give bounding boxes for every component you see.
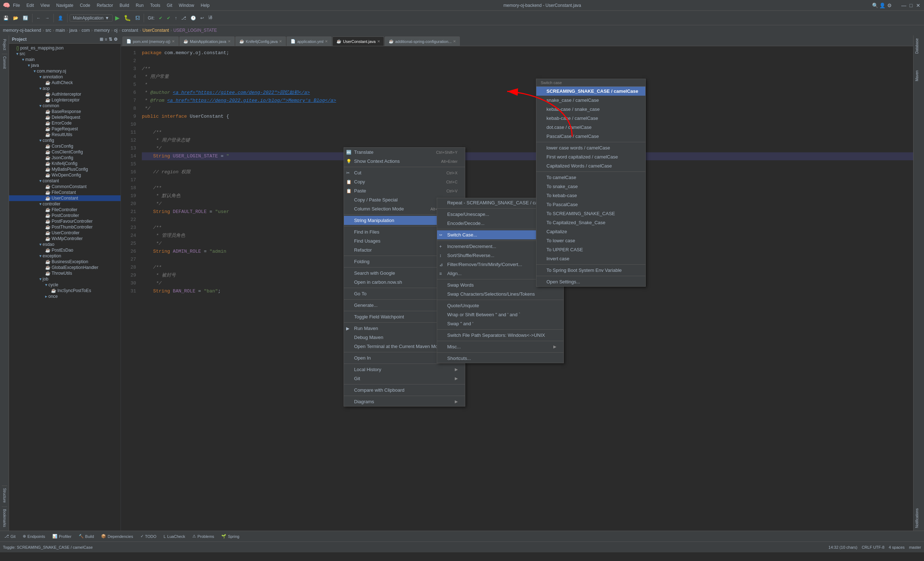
- case-open-settings[interactable]: Open Settings...: [536, 277, 645, 286]
- run-btn[interactable]: ▶: [113, 14, 121, 22]
- bottom-tab-build[interactable]: 🔨 Build: [76, 533, 97, 539]
- tree-item[interactable]: ▾ src: [9, 51, 120, 57]
- user-icon[interactable]: 👤: [879, 3, 885, 8]
- tree-item[interactable]: ▾ controller: [9, 201, 120, 207]
- tree-item[interactable]: ▾ cycle: [9, 282, 120, 288]
- menu-git[interactable]: Git: [164, 2, 175, 9]
- bottom-tab-problems[interactable]: ⚠ Problems: [189, 533, 217, 539]
- run-config-selector[interactable]: MainApplication ▼: [70, 15, 112, 22]
- git-check[interactable]: ✔: [157, 15, 164, 22]
- breadcrumb-root[interactable]: memory-oj-backend: [3, 28, 41, 33]
- tree-item[interactable]: ☕ ErrorCode: [9, 120, 120, 126]
- bottom-tab-todo[interactable]: ✓ TODO: [138, 533, 159, 539]
- sidebar-scroll-btn[interactable]: ⊞: [100, 37, 103, 42]
- case-to-camel[interactable]: To camelCase: [536, 173, 645, 182]
- tree-item[interactable]: ☕ AuthInterceptor: [9, 92, 120, 97]
- status-encoding[interactable]: CRLF UTF-8: [861, 545, 884, 549]
- menu-switch-file-path[interactable]: Switch File Path Separators: Windows<->U…: [437, 331, 563, 340]
- tree-item[interactable]: ☕ PageRequest: [9, 126, 120, 132]
- case-snake-camel[interactable]: snake_case / camelCase: [536, 96, 645, 105]
- menu-refactor[interactable]: Refactor: [94, 2, 116, 9]
- case-cap-words-camel[interactable]: Capitalized Words / camelCase: [536, 161, 645, 170]
- menu-misc[interactable]: Misc... ▶: [437, 342, 563, 351]
- tree-item[interactable]: ☕ UserConstant: [9, 195, 120, 201]
- menu-build[interactable]: Build: [117, 2, 132, 9]
- menu-bar[interactable]: File Edit View Navigate Code Refactor Bu…: [10, 2, 213, 9]
- case-to-kebab[interactable]: To kebab-case: [536, 191, 645, 200]
- coverage-btn[interactable]: ⛾: [134, 15, 141, 22]
- tree-item[interactable]: ▾ esdao: [9, 242, 120, 247]
- tree-item[interactable]: ☕ MyBatisPlusConfig: [9, 166, 120, 172]
- bottom-tab-profiler[interactable]: 📊 Profiler: [50, 533, 74, 539]
- menu-shortcuts[interactable]: Shortcuts...: [437, 354, 563, 363]
- notifications-panel-tab[interactable]: Notifications: [914, 506, 924, 531]
- case-invert[interactable]: Invert case: [536, 254, 645, 263]
- tree-item[interactable]: ☕ FileController: [9, 207, 120, 213]
- toolbar-user[interactable]: 👤: [56, 15, 65, 22]
- database-panel-tab[interactable]: Database: [914, 35, 924, 57]
- project-tab[interactable]: Project: [2, 37, 7, 52]
- bottom-tab-git[interactable]: ⎇ Git: [2, 533, 18, 539]
- tree-item[interactable]: ▾ com.memory.oj: [9, 68, 120, 74]
- menu-run[interactable]: Run: [133, 2, 147, 9]
- menu-navigate[interactable]: Navigate: [53, 2, 76, 9]
- tree-item[interactable]: ☕ PostThumbController: [9, 224, 120, 230]
- git-rollback[interactable]: ↩: [198, 15, 206, 22]
- tab-pom[interactable]: 📄 pom.xml (memory-oj) ✕: [122, 36, 178, 46]
- tree-item[interactable]: ▾ config: [9, 138, 120, 143]
- tree-item[interactable]: ☕ BaseResponse: [9, 109, 120, 114]
- breadcrumb-file1[interactable]: UserConstant: [142, 28, 169, 33]
- toolbar-sync[interactable]: 🔄: [21, 15, 30, 22]
- menu-context-actions[interactable]: 💡 Show Context Actions Alt+Enter: [344, 157, 465, 166]
- case-capitalize[interactable]: Capitalize: [536, 227, 645, 236]
- menu-edit[interactable]: Edit: [24, 2, 37, 9]
- tab-knife4j[interactable]: ☕ Knife4jConfig.java ✕: [236, 36, 286, 46]
- menu-compare-clipboard[interactable]: Compare with Clipboard: [344, 386, 465, 394]
- structure-tab[interactable]: Structure: [2, 486, 7, 505]
- status-indent[interactable]: 4 spaces: [889, 545, 904, 549]
- menu-help[interactable]: Help: [198, 2, 213, 9]
- tree-item[interactable]: ☕ DeleteRequest: [9, 114, 120, 120]
- bottom-tab-luacheck[interactable]: L LuaCheck: [160, 534, 188, 539]
- menu-code[interactable]: Code: [77, 2, 93, 9]
- tree-item[interactable]: ☕ JsonConfig: [9, 155, 120, 160]
- tree-item[interactable]: ☕ CosClientConfig: [9, 149, 120, 155]
- search-everywhere[interactable]: 🔍: [872, 3, 878, 8]
- tree-item[interactable]: ▾ constant: [9, 178, 120, 184]
- close-btn[interactable]: ✕: [915, 3, 921, 8]
- toolbar-open[interactable]: 📂: [11, 15, 20, 22]
- menu-local-history[interactable]: Local History ▶: [344, 365, 465, 374]
- commit-tab[interactable]: Commit: [2, 54, 7, 71]
- tree-item[interactable]: ☕ PostEsDao: [9, 247, 120, 253]
- case-first-word-camel[interactable]: First word capitalized / camelCase: [536, 152, 645, 161]
- bottom-tab-spring[interactable]: 🌱 Spring: [218, 533, 242, 539]
- minimize-btn[interactable]: —: [901, 3, 907, 8]
- tree-item[interactable]: ☕ LogInterceptor: [9, 97, 120, 103]
- menu-quote-unquote[interactable]: Quote/Unquote: [437, 301, 563, 310]
- case-to-pascal[interactable]: To PascalCase: [536, 200, 645, 209]
- case-to-screaming[interactable]: To SCREAMING_SNAKE_CASE: [536, 209, 645, 218]
- tab-application-yml[interactable]: 📄 application.yml ✕: [286, 36, 332, 46]
- case-kebab-camel[interactable]: kebab-case / camelCase: [536, 114, 645, 123]
- tree-item[interactable]: ▾ job: [9, 276, 120, 282]
- tree-item[interactable]: ▾ java: [9, 63, 120, 68]
- git-push[interactable]: ✔: [165, 15, 172, 22]
- tree-item[interactable]: ▾ annotation: [9, 74, 120, 80]
- menu-wrap-shift[interactable]: Wrap or Shift Between " and ' and `: [437, 310, 563, 319]
- menu-cut[interactable]: ✂ Cut Ctrl+X: [344, 168, 465, 177]
- menu-git[interactable]: Git ▶: [344, 374, 465, 383]
- tree-item[interactable]: ▾ aop: [9, 86, 120, 92]
- tree-item[interactable]: ☕ UserController: [9, 230, 120, 236]
- tab-additional[interactable]: ☕ additional-spring-configuration... ✕: [385, 36, 460, 46]
- settings-icon[interactable]: ⚙: [886, 3, 892, 8]
- menu-file[interactable]: File: [10, 2, 23, 9]
- case-to-cap-snake[interactable]: To Capitalized_Snake_Case: [536, 218, 645, 227]
- git-branches[interactable]: ⎇: [179, 15, 188, 22]
- translate-icon[interactable]: 译: [207, 14, 214, 22]
- case-to-lower[interactable]: To lower case: [536, 236, 645, 245]
- breadcrumb-memory[interactable]: memory: [94, 28, 110, 33]
- toolbar-forward[interactable]: →: [44, 15, 51, 22]
- breadcrumb-file2[interactable]: USER_LOGIN_STATE: [173, 28, 217, 33]
- tree-item[interactable]: ☕ BusinessException: [9, 259, 120, 265]
- menu-translate[interactable]: 🔤 Translate Ctrl+Shift+Y: [344, 148, 465, 157]
